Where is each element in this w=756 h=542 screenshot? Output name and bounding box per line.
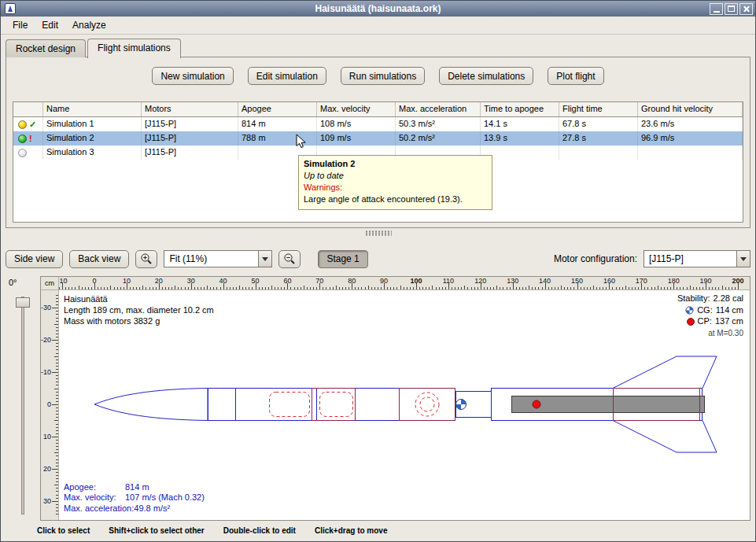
chevron-down-icon[interactable]	[736, 251, 750, 267]
cell	[638, 146, 743, 160]
ruler-tick	[181, 287, 182, 289]
column-header-max-velocity[interactable]: Max. velocity	[317, 102, 396, 116]
fin-bottom[interactable]	[613, 421, 717, 453]
ruler-tick	[56, 321, 58, 322]
ruler-tick	[110, 286, 111, 289]
ruler-tick	[413, 287, 414, 289]
ruler-tick	[393, 287, 394, 289]
ruler-tick	[304, 286, 304, 289]
ruler-tick	[56, 440, 58, 441]
ruler-tick	[54, 389, 58, 389]
chevron-down-icon[interactable]	[258, 251, 271, 267]
ruler-tick	[52, 404, 58, 405]
ruler-label: 100	[410, 277, 422, 285]
ruler-tick	[56, 414, 58, 415]
plot-flight-button[interactable]: Plot flight	[548, 67, 603, 85]
table-row-simulation-2[interactable]: !Simulation 2[J115-P]788 m109 m/s50.2 m/…	[13, 131, 743, 146]
column-header-max-acceleration[interactable]: Max. acceleration	[396, 102, 481, 116]
ruler-tick	[677, 287, 677, 289]
ruler-tick	[249, 287, 249, 289]
edit-simulation-button[interactable]: Edit simulation	[248, 67, 326, 85]
figure-frame: cm -100102030405060708090100110120130140…	[40, 276, 750, 521]
ruler-tick	[661, 287, 662, 289]
delete-simulations-button[interactable]: Delete simulations	[439, 67, 533, 85]
ruler-tick	[471, 287, 472, 289]
ruler-tick	[519, 287, 520, 289]
ruler-tick	[507, 287, 507, 289]
stage-1-toggle[interactable]: Stage 1	[318, 250, 367, 268]
ruler-tick	[581, 287, 581, 289]
column-header-name[interactable]: Name	[43, 102, 142, 116]
mach-note: at M=0.30	[677, 328, 743, 339]
back-view-button[interactable]: Back view	[69, 250, 129, 268]
ruler-tick	[404, 287, 404, 289]
ruler-tick	[168, 287, 169, 289]
cell: [J115-P]	[142, 117, 238, 131]
ruler-tick	[622, 287, 623, 289]
column-header-status[interactable]	[13, 102, 43, 116]
ruler-tick	[136, 287, 137, 289]
ruler-tick	[606, 287, 607, 289]
body-tube-main[interactable]	[208, 389, 455, 421]
tooltip-title: Simulation 2	[304, 158, 487, 170]
ruler-label: 120	[474, 277, 486, 285]
ruler-tick	[104, 287, 105, 289]
side-view-button[interactable]: Side view	[6, 250, 63, 268]
fin-top[interactable]	[613, 356, 717, 389]
ruler-tick	[429, 287, 430, 289]
ruler-tick	[467, 287, 468, 289]
menu-item-edit[interactable]: Edit	[35, 17, 65, 33]
cell: [J115-P]	[142, 146, 238, 160]
tab-rocket-design[interactable]: Rocket design	[6, 39, 86, 57]
ruler-tick	[603, 287, 603, 289]
rotation-slider[interactable]	[21, 297, 24, 514]
ruler-tick	[56, 491, 58, 492]
zoom-out-button[interactable]	[278, 250, 301, 268]
close-button[interactable]	[739, 3, 753, 15]
ruler-tick	[348, 287, 349, 289]
ruler-tick	[284, 287, 285, 289]
ruler-tick	[194, 287, 195, 289]
ruler-tick	[56, 353, 58, 354]
zoom-level-select[interactable]: Fit (11%)	[164, 250, 272, 267]
ruler-tick	[735, 287, 736, 289]
new-simulation-button[interactable]: New simulation	[152, 67, 233, 85]
ruler-label: 90	[380, 277, 388, 285]
column-header-time-to-apogee[interactable]: Time to apogee	[481, 102, 559, 116]
ruler-tick	[728, 287, 729, 289]
ruler-label: 50	[251, 277, 259, 285]
title-bar[interactable]: Haisunäätä (haisunaata.ork)	[1, 1, 755, 17]
menu-item-file[interactable]: File	[6, 17, 35, 33]
ruler-tick	[616, 287, 617, 289]
ruler-tick	[101, 287, 101, 289]
ruler-tick	[56, 392, 58, 393]
menu-item-analyze[interactable]: Analyze	[65, 17, 113, 33]
column-header-motors[interactable]: Motors	[142, 102, 238, 116]
rotation-slider-handle[interactable]	[16, 297, 30, 308]
nose-cone[interactable]	[94, 389, 208, 421]
ruler-tick	[432, 286, 433, 289]
ruler-tick	[693, 287, 694, 289]
ruler-tick	[210, 287, 211, 289]
ruler-tick	[56, 398, 58, 399]
tab-flight-simulations[interactable]: Flight simulations	[87, 39, 181, 58]
ruler-tick	[56, 455, 58, 456]
table-row-simulation-1[interactable]: ✓Simulation 1[J115-P]814 m108 m/s50.3 m/…	[13, 117, 743, 131]
zoom-in-button[interactable]	[135, 250, 157, 268]
cell: 108 m/s	[317, 117, 396, 131]
rocket-canvas[interactable]: Haisunäätä Length 189 cm, max. diameter …	[59, 290, 750, 520]
maximize-button[interactable]	[725, 3, 738, 15]
ruler-tick	[687, 287, 688, 289]
ruler-tick	[474, 287, 475, 289]
run-simulations-button[interactable]: Run simulations	[341, 67, 425, 85]
column-header-ground-hit-velocity[interactable]: Ground hit velocity	[638, 102, 743, 116]
ruler-tick	[236, 287, 237, 289]
motor-config-select[interactable]: [J115-P]	[644, 250, 750, 267]
minimize-button[interactable]	[710, 3, 723, 15]
ruler-tick	[596, 287, 597, 289]
split-handle[interactable]	[6, 228, 750, 238]
ruler-tick	[561, 286, 562, 289]
ruler-tick	[558, 287, 559, 289]
column-header-flight-time[interactable]: Flight time	[559, 102, 638, 116]
column-header-apogee[interactable]: Apogee	[238, 102, 317, 116]
